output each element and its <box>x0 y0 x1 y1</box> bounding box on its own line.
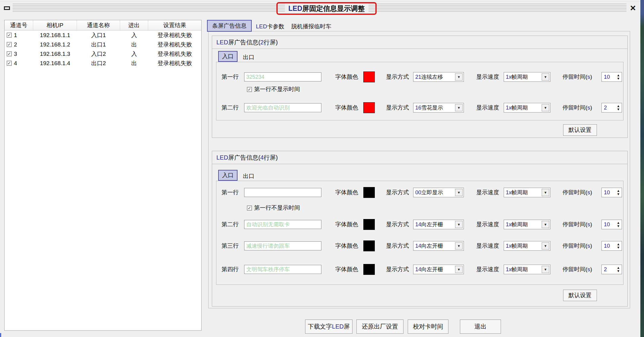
desktop-background-strip <box>640 0 644 337</box>
header-result[interactable]: 设置结果 <box>148 20 201 30</box>
dropdown-arrow-icon[interactable]: ▼ <box>455 266 463 273</box>
dropdown-arrow-icon[interactable]: ▼ <box>455 104 463 111</box>
stay-time-spinner[interactable]: 10▲▼ <box>601 220 622 229</box>
factory-reset-button[interactable]: 还原出厂设置 <box>356 320 403 334</box>
dropdown-arrow-icon[interactable]: ▼ <box>542 242 549 250</box>
channel-table[interactable]: 通道号 相机IP 通道名称 进出 设置结果 ✓1192.168.1.1入口1入登… <box>4 20 202 331</box>
exit-subtab[interactable]: 出口 <box>243 53 254 61</box>
titlebar[interactable]: LED屏固定信息显示调整 × <box>0 1 640 16</box>
display-mode-select[interactable]: 14向左开栅▼ <box>413 220 464 229</box>
line-text-input[interactable] <box>244 103 321 112</box>
stay-time-spinner[interactable]: 10▲▼ <box>601 188 622 197</box>
font-color-swatch[interactable] <box>363 240 375 251</box>
entry-subtab[interactable]: 入口 <box>218 51 238 62</box>
display-mode-select[interactable]: 00立即显示▼ <box>413 188 464 197</box>
default-settings-button[interactable]: 默认设置 <box>563 124 597 136</box>
stay-time-spinner[interactable]: 10▲▼ <box>601 241 622 251</box>
display-speed-select[interactable]: 1x帧周期▼ <box>504 220 550 229</box>
tab-led-card-params[interactable]: LED卡参数 <box>256 23 284 30</box>
entry-subtab[interactable]: 入口 <box>218 170 238 181</box>
display-speed-label: 显示速度 <box>476 221 499 228</box>
line-text-input[interactable] <box>244 241 321 250</box>
line-text-input[interactable] <box>244 188 321 197</box>
table-row[interactable]: ✓1192.168.1.1入口1入登录相机失败 <box>5 30 201 40</box>
dropdown-arrow-icon[interactable]: ▼ <box>455 221 463 228</box>
download-led-text-button[interactable]: 下载文字LED屏 <box>305 320 352 334</box>
system-menu-icon[interactable] <box>4 6 10 10</box>
display-mode-label: 显示方式 <box>386 189 409 196</box>
no-time-checkbox-row: ✓第一行不显示时间 <box>247 204 300 211</box>
channel-table-header: 通道号 相机IP 通道名称 进出 设置结果 <box>5 20 201 30</box>
no-time-checkbox[interactable]: ✓ <box>247 205 252 211</box>
header-channel[interactable]: 通道号 <box>5 20 33 30</box>
spinner-down-icon[interactable]: ▼ <box>617 192 620 196</box>
dropdown-arrow-icon[interactable]: ▼ <box>542 189 549 196</box>
display-speed-select[interactable]: 1x帧周期▼ <box>504 241 550 251</box>
stay-time-spinner[interactable]: 10▲▼ <box>601 72 622 82</box>
display-speed-value: 1x帧周期 <box>504 73 542 81</box>
display-mode-select[interactable]: 14向左开栅▼ <box>413 241 464 251</box>
line-text-input[interactable] <box>244 72 321 81</box>
spinner-down-icon[interactable]: ▼ <box>617 224 620 228</box>
header-camera-ip[interactable]: 相机IP <box>33 20 77 30</box>
display-mode-select[interactable]: 16雪花显示▼ <box>413 103 464 113</box>
dropdown-arrow-icon[interactable]: ▼ <box>455 189 463 196</box>
spinner-down-icon[interactable]: ▼ <box>617 269 620 273</box>
spinner-buttons: ▲▼ <box>615 265 622 274</box>
channel-cell: ✓2 <box>5 41 33 48</box>
display-speed-label: 显示速度 <box>476 242 499 250</box>
led-line-row: 第一行字体颜色显示方式21连续左移▼显示速度1x帧周期▼停留时间(s)10▲▼ <box>216 72 623 82</box>
font-color-swatch[interactable] <box>363 102 375 113</box>
exit-button[interactable]: 退出 <box>460 320 501 334</box>
calibrate-card-time-button[interactable]: 校对卡时间 <box>408 320 448 334</box>
close-icon[interactable]: × <box>630 2 636 13</box>
display-mode-select[interactable]: 21连续左移▼ <box>413 72 464 82</box>
line-text-input[interactable] <box>244 220 321 229</box>
font-color-swatch[interactable] <box>363 187 375 198</box>
header-channel-name[interactable]: 通道名称 <box>77 20 120 30</box>
tab-strip-ad-info[interactable]: 条屏广告信息 <box>207 20 252 32</box>
display-speed-select[interactable]: 1x帧周期▼ <box>504 103 550 113</box>
spinner-buttons: ▲▼ <box>615 188 622 197</box>
font-color-swatch[interactable] <box>363 264 375 275</box>
font-color-swatch[interactable] <box>363 219 375 230</box>
tab-offline-temp-car[interactable]: 脱机播报临时车 <box>291 23 331 30</box>
direction-cell: 出 <box>120 59 148 67</box>
table-row[interactable]: ✓2192.168.1.2出口1出登录相机失败 <box>5 40 201 49</box>
channel-number: 2 <box>14 41 17 48</box>
line-text-input[interactable] <box>244 265 321 274</box>
stay-time-spinner[interactable]: 2▲▼ <box>601 265 622 274</box>
display-speed-select[interactable]: 1x帧周期▼ <box>504 72 550 82</box>
no-time-checkbox[interactable]: ✓ <box>247 87 252 92</box>
default-settings-button[interactable]: 默认设置 <box>563 290 597 301</box>
stay-time-label: 停留时间(s) <box>563 242 592 250</box>
dropdown-arrow-icon[interactable]: ▼ <box>542 104 549 111</box>
dropdown-arrow-icon[interactable]: ▼ <box>455 73 463 81</box>
stay-time-value: 10 <box>602 72 615 81</box>
channel-checkbox[interactable]: ✓ <box>7 61 12 66</box>
channel-checkbox[interactable]: ✓ <box>7 33 12 38</box>
font-color-label: 字体颜色 <box>335 242 358 250</box>
spinner-down-icon[interactable]: ▼ <box>617 108 620 111</box>
four-line-panel-title: LED屏广告信息(4行屏) <box>212 151 627 164</box>
dropdown-arrow-icon[interactable]: ▼ <box>542 266 549 273</box>
tab-label: 条屏广告信息 <box>212 22 247 30</box>
stay-time-spinner[interactable]: 2▲▼ <box>601 103 622 113</box>
dropdown-arrow-icon[interactable]: ▼ <box>542 73 549 81</box>
spinner-down-icon[interactable]: ▼ <box>617 246 620 249</box>
channel-checkbox[interactable]: ✓ <box>7 51 12 56</box>
dropdown-arrow-icon[interactable]: ▼ <box>542 221 549 228</box>
channel-cell: ✓1 <box>5 32 33 39</box>
channel-checkbox[interactable]: ✓ <box>7 42 12 47</box>
exit-subtab[interactable]: 出口 <box>243 172 254 180</box>
display-mode-select[interactable]: 14向左开栅▼ <box>413 265 464 274</box>
display-speed-select[interactable]: 1x帧周期▼ <box>504 265 550 274</box>
spinner-down-icon[interactable]: ▼ <box>617 77 620 80</box>
table-row[interactable]: ✓4192.168.1.4出口2出登录相机失败 <box>5 59 201 68</box>
table-row[interactable]: ✓3192.168.1.3入口2入登录相机失败 <box>5 49 201 59</box>
font-color-swatch[interactable] <box>363 72 375 82</box>
display-speed-value: 1x帧周期 <box>504 242 542 250</box>
display-speed-select[interactable]: 1x帧周期▼ <box>504 188 550 197</box>
dropdown-arrow-icon[interactable]: ▼ <box>455 242 463 250</box>
header-direction[interactable]: 进出 <box>120 20 148 30</box>
